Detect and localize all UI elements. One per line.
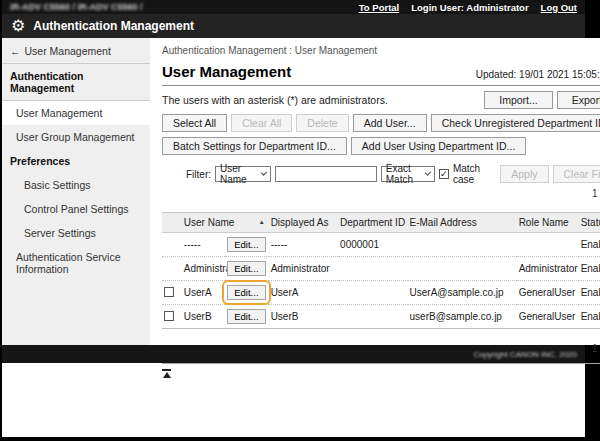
- apply-button[interactable]: Apply: [500, 165, 548, 183]
- col-role-name: Role Name: [517, 213, 579, 233]
- cell-displayed-as: UserA: [269, 281, 338, 305]
- breadcrumb: Authentication Management : User Managem…: [162, 45, 600, 56]
- table-row: UserA Edit... UserA UserA@sample.co.jp G…: [162, 281, 600, 305]
- to-portal-link[interactable]: To Portal: [359, 2, 399, 13]
- action-buttons-row-2: Batch Settings for Department ID... Add …: [162, 137, 600, 155]
- sidebar-item-authentication-service-information[interactable]: Authentication Service Information: [2, 245, 150, 281]
- filter-text-input[interactable]: [275, 166, 377, 182]
- app-bar: ⚙ Authentication Management: [2, 14, 585, 38]
- col-user-name[interactable]: User Name ▲: [182, 213, 269, 233]
- sidebar-item-user-management[interactable]: User Management: [2, 101, 150, 125]
- cell-role-name: Administrator: [517, 257, 579, 281]
- content-divider: [162, 363, 600, 364]
- cell-department-id: [338, 305, 407, 329]
- pagination-top: 1 - 4 / 4 1: [162, 188, 600, 210]
- cell-checkbox: [162, 305, 182, 329]
- note-row: The users with an asterisk (*) are admin…: [162, 91, 600, 109]
- cell-department-id: 0000001: [338, 233, 407, 257]
- cell-checkbox: [162, 257, 182, 281]
- top-links: To Portal Login User: Administrator Log …: [359, 2, 577, 13]
- top-bar: iR-ADV C5560 / iR-ADV C5560 / To Portal …: [2, 0, 585, 14]
- main-region: ←User Management Authentication Manageme…: [2, 38, 585, 345]
- import-button[interactable]: Import...: [484, 91, 553, 109]
- col-displayed-as: Displayed As: [269, 213, 338, 233]
- chevron-down-icon: [425, 169, 431, 175]
- match-case-label: Match case: [453, 163, 496, 185]
- cell-email: UserA@sample.co.jp: [408, 281, 517, 305]
- copyright-redacted: Copyright CANON INC. 2020: [473, 350, 577, 359]
- batch-settings-department-id-button[interactable]: Batch Settings for Department ID...: [162, 137, 347, 155]
- login-user: Login User: Administrator: [411, 2, 528, 13]
- title-row: User Management Updated: 19/01 2021 15:0…: [162, 63, 600, 86]
- sidebar-item-basic-settings[interactable]: Basic Settings: [2, 173, 150, 197]
- login-user-label: Login User:: [411, 2, 464, 13]
- select-all-button[interactable]: Select All: [162, 114, 227, 132]
- filter-field-select[interactable]: User Name: [215, 166, 271, 182]
- clear-all-button[interactable]: Clear All: [231, 114, 292, 132]
- admin-note: The users with an asterisk (*) are admin…: [162, 94, 388, 106]
- cell-user-name: -----: [182, 233, 225, 257]
- match-case-checkbox[interactable]: ✓: [439, 169, 449, 179]
- delete-button[interactable]: Delete: [296, 114, 348, 132]
- add-user-using-department-id-button[interactable]: Add User Using Department ID...: [351, 137, 526, 155]
- cell-displayed-as: Administrator: [269, 257, 338, 281]
- table-row: UserB Edit... UserB userB@sample.co.jp G…: [162, 305, 600, 329]
- sidebar: ←User Management Authentication Manageme…: [2, 38, 150, 345]
- table-row: Administrator * Edit... Administrator Ad…: [162, 257, 600, 281]
- cell-status: Enabled: [579, 257, 600, 281]
- cell-checkbox: [162, 281, 182, 305]
- cell-status: Enabled: [579, 281, 600, 305]
- gear-icon: ⚙: [11, 18, 25, 34]
- sidebar-back-label: User Management: [25, 45, 111, 57]
- cell-email: userB@sample.co.jp: [408, 305, 517, 329]
- edit-button[interactable]: Edit...: [227, 261, 265, 276]
- sidebar-item-user-group-management[interactable]: User Group Management: [2, 125, 150, 149]
- action-buttons-row-1: Select All Clear All Delete Add User... …: [162, 114, 600, 132]
- logout-link[interactable]: Log Out: [541, 2, 577, 13]
- edit-button-usera[interactable]: Edit...: [227, 285, 265, 300]
- cell-edit: Edit...: [225, 233, 268, 257]
- edit-button[interactable]: Edit...: [227, 237, 265, 252]
- export-button[interactable]: Export...: [557, 91, 600, 109]
- sort-ascending-icon: ▲: [259, 219, 265, 225]
- cell-user-name: UserB: [182, 305, 225, 329]
- filter-match-value: Exact Match: [386, 163, 421, 185]
- row-checkbox[interactable]: [164, 311, 174, 321]
- empty-area: [2, 363, 585, 437]
- updated-timestamp: Updated: 19/01 2021 15:05:20: [476, 69, 600, 80]
- cell-email: [408, 233, 517, 257]
- row-checkbox[interactable]: [164, 287, 174, 297]
- pagination-page: 1: [162, 332, 600, 343]
- sidebar-item-server-settings[interactable]: Server Settings: [2, 221, 150, 245]
- cell-user-name: Administrator *: [182, 257, 225, 281]
- cell-department-id: [338, 257, 407, 281]
- filter-label: Filter:: [186, 169, 211, 180]
- sidebar-back-link[interactable]: ←User Management: [2, 38, 150, 64]
- cell-email: [408, 257, 517, 281]
- clear-filter-button[interactable]: Clear Filter: [553, 165, 600, 183]
- pagination-page: 1: [162, 199, 600, 210]
- back-to-top-icon[interactable]: [162, 369, 172, 378]
- filter-match-select[interactable]: Exact Match: [381, 166, 435, 182]
- cell-role-name: GeneralUser: [517, 305, 579, 329]
- back-arrow-icon: ←: [10, 45, 21, 57]
- add-user-button[interactable]: Add User...: [353, 114, 427, 132]
- col-email-address: E-Mail Address: [408, 213, 517, 233]
- col-status: Status: [579, 213, 600, 233]
- browser-page: iR-ADV C5560 / iR-ADV C5560 / To Portal …: [2, 0, 585, 437]
- cell-role-name: [517, 233, 579, 257]
- col-department-id: Department ID: [338, 213, 407, 233]
- sidebar-item-control-panel-settings[interactable]: Control Panel Settings: [2, 197, 150, 221]
- device-name-redacted: iR-ADV C5560 / iR-ADV C5560 /: [10, 2, 143, 12]
- login-user-value: Administrator: [466, 2, 528, 13]
- table-row: ----- Edit... ----- 0000001 Enabled: [162, 233, 600, 257]
- page-title: User Management: [162, 63, 291, 80]
- edit-button[interactable]: Edit...: [227, 309, 265, 324]
- updated-info: Updated: 19/01 2021 15:05:20: [476, 69, 600, 80]
- pagination-range: 1 - 4 / 4: [162, 188, 600, 199]
- cell-user-name: UserA: [182, 281, 225, 305]
- check-unregistered-department-id-button[interactable]: Check Unregistered Department ID...: [431, 114, 600, 132]
- app-title: Authentication Management: [33, 19, 194, 33]
- chevron-down-icon: [261, 169, 267, 175]
- col-user-name-label: User Name: [184, 217, 235, 228]
